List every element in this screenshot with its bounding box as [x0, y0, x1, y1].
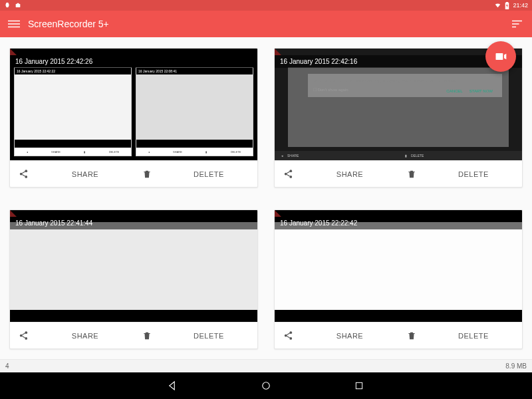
timestamp-bar: 16 January 2015 22:22:42	[275, 217, 522, 229]
record-fab[interactable]	[485, 41, 516, 72]
recents-button[interactable]	[352, 379, 366, 392]
svg-rect-19	[356, 382, 362, 388]
share-button[interactable]: SHARE	[275, 331, 398, 340]
wifi-icon	[494, 2, 501, 9]
app-bar: ScreenRecorder 5+	[0, 11, 532, 37]
share-button[interactable]: SHARE	[10, 169, 134, 179]
app-title: ScreenRecorder 5+	[28, 19, 109, 29]
share-icon	[283, 331, 293, 340]
share-label: SHARE	[301, 332, 398, 340]
status-time: 21:42	[513, 2, 528, 9]
svg-point-7	[19, 173, 22, 176]
back-button[interactable]	[166, 379, 180, 392]
android-status-bar: 21:42	[0, 0, 532, 11]
home-button[interactable]	[259, 379, 273, 392]
delete-button[interactable]: DELETE	[398, 170, 522, 179]
timestamp-text: 16 January 2015 22:41:44	[15, 219, 92, 227]
delete-button[interactable]: DELETE	[134, 170, 257, 179]
trash-icon	[407, 331, 416, 340]
timestamp-bar: 16 January 2015 22:41:44	[10, 217, 257, 229]
recording-count: 4	[5, 362, 9, 370]
svg-point-12	[25, 331, 27, 334]
share-label: SHARE	[301, 170, 398, 178]
nested-thumbnail: 16 January 2015 22:42:22 ◂SHARE▮DELETE	[14, 67, 132, 156]
total-size: 8.9 MB	[505, 362, 527, 370]
timestamp-text: 16 January 2015 22:42:26	[15, 58, 92, 65]
delete-button[interactable]: DELETE	[398, 331, 522, 340]
briefcase-icon	[15, 2, 21, 9]
recording-thumbnail: 16 January 2015 22:22:42	[275, 210, 522, 322]
share-button[interactable]: SHARE	[10, 331, 134, 340]
delete-label: DELETE	[425, 332, 522, 340]
video-camera-icon	[494, 50, 507, 63]
svg-rect-0	[8, 21, 20, 22]
svg-rect-4	[512, 23, 519, 25]
recording-card[interactable]: 16 January 2015 22:41:44 SHARE DELETE	[9, 209, 258, 349]
timestamp-text: 16 January 2015 22:22:42	[280, 219, 357, 227]
svg-point-18	[263, 382, 270, 390]
timestamp-bar: 16 January 2015 22:42:26	[10, 55, 257, 68]
svg-point-13	[19, 334, 22, 337]
nested-thumbnail: 16 January 2015 22:08:41 ◂SHARE▮DELETE	[136, 67, 253, 156]
share-label: SHARE	[37, 332, 134, 340]
recording-card[interactable]: 16 January 2015 22:42:16 ScreenRecorder …	[274, 48, 523, 188]
timestamp-text: 16 January 2015 22:42:16	[280, 58, 357, 65]
recording-card[interactable]: 16 January 2015 22:22:42 SHARE DELETE	[274, 209, 523, 349]
delete-button[interactable]: DELETE	[134, 331, 257, 340]
recording-card[interactable]: 16 January 2015 22:42:26 16 January 2015…	[9, 48, 258, 188]
share-label: SHARE	[37, 170, 134, 178]
recording-thumbnail: 16 January 2015 22:42:26 16 January 2015…	[10, 49, 257, 160]
svg-rect-3	[512, 21, 522, 22]
delete-label: DELETE	[160, 332, 257, 340]
android-debug-icon	[4, 2, 11, 9]
svg-rect-1	[8, 23, 20, 25]
svg-point-15	[289, 331, 292, 334]
svg-point-14	[25, 337, 27, 340]
battery-charging-icon	[505, 2, 509, 9]
svg-point-16	[284, 334, 287, 337]
svg-point-17	[289, 337, 292, 340]
trash-icon	[407, 170, 416, 179]
svg-rect-2	[8, 27, 20, 28]
svg-point-11	[289, 176, 292, 178]
trash-icon	[142, 331, 152, 340]
svg-point-8	[25, 176, 27, 178]
svg-point-10	[284, 173, 287, 176]
delete-label: DELETE	[160, 170, 257, 178]
android-nav-bar	[0, 372, 532, 399]
recording-thumbnail: 16 January 2015 22:41:44	[10, 210, 257, 322]
trash-icon	[142, 170, 152, 179]
hamburger-menu-button[interactable]	[7, 17, 21, 31]
share-icon	[19, 169, 29, 179]
share-icon	[19, 331, 29, 340]
delete-label: DELETE	[425, 170, 522, 178]
svg-point-6	[25, 170, 27, 172]
svg-point-9	[289, 170, 292, 172]
share-icon	[283, 169, 293, 179]
recordings-grid: 16 January 2015 22:42:26 16 January 2015…	[0, 37, 532, 359]
svg-rect-5	[512, 27, 516, 28]
bottom-status-bar: 4 8.9 MB	[0, 359, 532, 372]
recording-thumbnail: 16 January 2015 22:42:16 ScreenRecorder …	[275, 49, 522, 160]
share-button[interactable]: SHARE	[275, 169, 398, 179]
sort-button[interactable]	[511, 17, 525, 31]
